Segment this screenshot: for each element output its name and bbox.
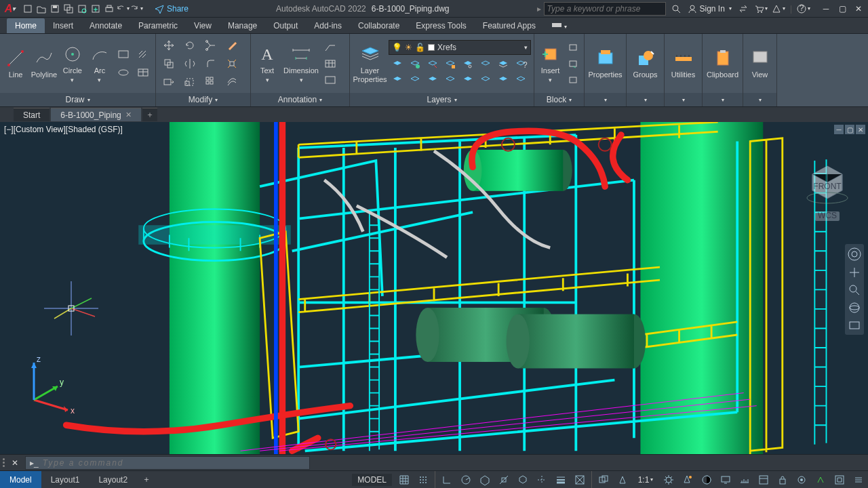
units-icon[interactable]: [735, 471, 754, 488]
tab-featuredapps[interactable]: Featured Apps: [475, 18, 544, 33]
osnap-icon[interactable]: [494, 471, 513, 488]
copy-icon[interactable]: [159, 55, 179, 73]
pan-icon[interactable]: [848, 266, 861, 279]
model-tab[interactable]: Model: [0, 471, 41, 488]
tab-expresstools[interactable]: Express Tools: [408, 18, 474, 33]
annomonitor-icon[interactable]: [716, 471, 735, 488]
layer-tool-14-icon[interactable]: [477, 73, 494, 87]
exchange-icon[interactable]: [737, 3, 749, 15]
orbit-icon[interactable]: [848, 301, 861, 314]
layer-tool-12-icon[interactable]: [441, 73, 458, 87]
fillet-icon[interactable]: [201, 55, 221, 73]
steering-wheel-icon[interactable]: [847, 247, 862, 262]
signin-button[interactable]: Sign In ▾: [688, 4, 732, 14]
gear-icon[interactable]: [659, 471, 678, 488]
ellipse-icon[interactable]: [114, 64, 133, 81]
offset-icon[interactable]: [222, 73, 242, 91]
tab-manage[interactable]: Manage: [220, 18, 265, 33]
lineweight-icon[interactable]: [551, 471, 570, 488]
explode-icon[interactable]: [222, 55, 242, 73]
erase-icon[interactable]: [222, 37, 242, 54]
table2-icon[interactable]: [321, 56, 339, 71]
circle-button[interactable]: Circle▾: [60, 40, 85, 87]
ortho-icon[interactable]: [437, 471, 456, 488]
tab-insert[interactable]: Insert: [45, 18, 81, 33]
layer-tool-15-icon[interactable]: [494, 73, 511, 87]
drawing-viewport[interactable]: [−][Custom View][Shaded (GSF)] ─ ▢ ✕: [0, 122, 868, 454]
arc-button[interactable]: Arc▾: [87, 40, 113, 87]
qat-plot-icon[interactable]: [103, 3, 115, 15]
stretch-icon[interactable]: [159, 73, 179, 91]
wsswitch-icon[interactable]: [697, 471, 716, 488]
hwaccel-icon[interactable]: [811, 471, 830, 488]
layer-tool-2-icon[interactable]: [406, 57, 423, 72]
close-button[interactable]: ✕: [852, 3, 865, 15]
annotation-panel-title[interactable]: Annotation ▾: [251, 93, 349, 106]
layer-tool-7-icon[interactable]: [494, 57, 511, 72]
annovisibility-icon[interactable]: [678, 471, 697, 488]
layer-tool-8-icon[interactable]: ?: [512, 57, 529, 72]
quickprops-icon[interactable]: [754, 471, 773, 488]
command-input-box[interactable]: ▸_: [25, 456, 310, 470]
qat-saveas-icon[interactable]: [62, 3, 75, 15]
navbar[interactable]: [845, 244, 864, 335]
maximize-button[interactable]: ▢: [835, 3, 849, 15]
grid-icon[interactable]: [395, 471, 414, 488]
app-menu-icon[interactable]: A▾: [3, 1, 18, 16]
line-button[interactable]: Line: [3, 40, 28, 87]
layer-tool-1-icon[interactable]: [389, 57, 406, 72]
add-layout-button[interactable]: ＋: [137, 471, 156, 488]
layer-tool-4-icon[interactable]: [441, 57, 458, 72]
move-icon[interactable]: [159, 37, 179, 54]
active-doc-tab[interactable]: 6-B-1000_Piping✕: [51, 108, 140, 121]
block-panel-title[interactable]: Block ▾: [534, 93, 584, 106]
layer-tool-5-icon[interactable]: [459, 57, 476, 72]
clipboard-button[interactable]: Clipboard: [707, 40, 739, 87]
close-tab-icon[interactable]: ✕: [125, 110, 132, 119]
tab-collaborate[interactable]: Collaborate: [350, 18, 408, 33]
qat-openweb-icon[interactable]: [76, 3, 88, 15]
search-icon[interactable]: [670, 3, 682, 15]
snap-icon[interactable]: [414, 471, 433, 488]
start-tab[interactable]: Start: [14, 108, 50, 121]
mtext-icon[interactable]: [321, 73, 339, 87]
layer-tool-16-icon[interactable]: [512, 73, 529, 87]
properties-panel-expand[interactable]: ▾: [585, 93, 626, 106]
modify-panel-title[interactable]: Modify ▾: [156, 93, 250, 106]
utilities-panel-expand[interactable]: ▾: [665, 93, 702, 106]
showmotion-icon[interactable]: [848, 319, 861, 332]
view-button[interactable]: View: [746, 40, 774, 87]
help-icon[interactable]: ?▾: [797, 3, 810, 15]
cmdbar-close-icon[interactable]: ✕: [9, 457, 21, 469]
search-input[interactable]: [547, 4, 663, 14]
scale-icon[interactable]: [180, 73, 200, 91]
layer-tool-10-icon[interactable]: [406, 73, 423, 87]
qat-open-icon[interactable]: [35, 3, 47, 15]
cart-icon[interactable]: ▾: [755, 3, 767, 15]
dimension-button[interactable]: Dimension▾: [282, 40, 320, 87]
qat-new-icon[interactable]: [22, 3, 34, 15]
layer-tool-6-icon[interactable]: [477, 57, 494, 72]
otrack-icon[interactable]: [532, 471, 551, 488]
insert-button[interactable]: Insert▾: [537, 40, 564, 87]
draw-panel-title[interactable]: Draw ▾: [0, 93, 155, 106]
3dosnap-icon[interactable]: [513, 471, 532, 488]
qat-redo-icon[interactable]: ▾: [130, 3, 142, 15]
cmdbar-grip-icon[interactable]: [3, 458, 5, 467]
autodesk-icon[interactable]: ▾: [772, 3, 785, 15]
layer-combo[interactable]: 💡 ☀ 🔓 Xrefs ▾: [389, 40, 531, 55]
annoscale-icon[interactable]: [613, 471, 632, 488]
new-tab-button[interactable]: ＋: [142, 108, 157, 121]
polyline-button[interactable]: Polyline: [30, 40, 58, 87]
lockui-icon[interactable]: [773, 471, 792, 488]
layer-tool-9-icon[interactable]: [389, 73, 406, 87]
space-badge[interactable]: MODEL: [352, 474, 392, 486]
minimize-button[interactable]: ─: [819, 3, 833, 15]
hatch-icon[interactable]: [134, 45, 153, 63]
isolate-icon[interactable]: [792, 471, 811, 488]
text-button[interactable]: AText▾: [254, 40, 281, 87]
groups-panel-expand[interactable]: ▾: [627, 93, 664, 106]
layout2-tab[interactable]: Layout2: [89, 471, 137, 488]
viewcube[interactable]: FRONT WCS: [800, 156, 854, 232]
block-edit-icon[interactable]: [565, 56, 581, 71]
